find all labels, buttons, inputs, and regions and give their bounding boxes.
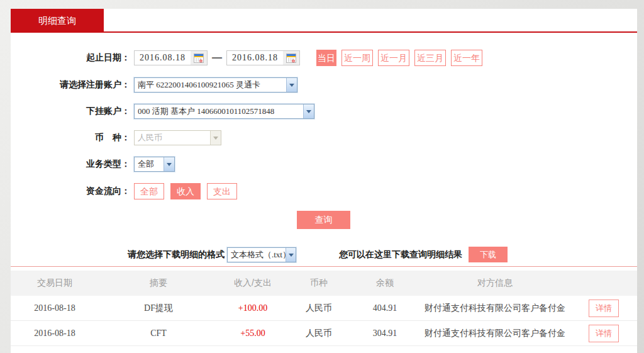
sub-account-label: 下挂账户： [11,106,130,117]
content-panel: 明细查询 起止日期： 2016.08.18 [11,9,637,353]
sub-account-select[interactable]: 000 活期 基本户 1406600101102571848 [134,104,314,119]
header-trade-date: 交易日期 [11,277,99,289]
sub-account-row: 下挂账户： 000 活期 基本户 1406600101102571848 [11,104,637,119]
results-table: 交易日期 摘要 收入/支出 币种 余额 对方信息 2016-08-18 DF提现… [11,271,637,346]
chevron-down-icon [164,157,174,171]
fund-flow-row: 资金流向： 全部 收入 支出 [11,183,637,199]
chevron-down-icon [286,78,297,92]
calendar-icon [286,53,296,63]
download-format-value: 文本格式（.txt） [231,249,286,261]
download-format-label: 请您选择下载明细的格式 [128,249,225,261]
currency-row: 币 种： 人民币 [11,130,637,145]
end-date-value: 2016.08.18 [227,53,283,63]
currency-select: 人民币 [134,130,221,145]
fund-flow-expense-button[interactable]: 支出 [207,183,237,199]
fund-flow-label: 资金流向： [11,186,130,197]
header-summary: 摘要 [99,277,218,289]
start-date-input[interactable]: 2016.08.18 [134,50,208,65]
cell-actions: 详情 [570,300,637,317]
cell-actions: 详情 [570,325,637,342]
cell-amount: +100.00 [218,303,287,313]
download-row: 请您选择下载明细的格式 文本格式（.txt） 您可以在这里下载查询明细结果 下载 [11,247,637,262]
cell-currency: 人民币 [287,303,350,314]
detail-button[interactable]: 详情 [589,300,619,317]
header-income-expense: 收入/支出 [218,277,287,289]
divider [11,266,637,267]
cell-balance: 404.91 [350,303,419,313]
end-date-calendar-button[interactable] [283,51,299,65]
cell-summary: DF提现 [99,303,218,314]
download-hint: 您可以在这里下载查询明细结果 [339,249,462,261]
cell-trade-date: 2016-08-18 [11,303,99,313]
tab-detail-query[interactable]: 明细查询 [11,9,104,33]
quick-range-last-year-button[interactable]: 近一年 [451,50,482,66]
header-counterparty: 对方信息 [419,277,570,289]
date-range-separator: — [212,52,222,64]
end-date-input[interactable]: 2016.08.18 [226,50,300,65]
sub-account-value: 000 活期 基本户 1406600101102571848 [138,106,274,117]
query-button[interactable]: 查询 [297,211,350,229]
fund-flow-income-button[interactable]: 收入 [170,183,201,199]
table-row: 2016-08-18 CFT +55.00 人民币 304.91 财付通支付科技… [11,321,637,346]
download-button[interactable]: 下载 [469,247,508,262]
registered-account-value: 南平 6222001406100921065 灵通卡 [138,79,260,91]
registered-account-select[interactable]: 南平 6222001406100921065 灵通卡 [134,77,297,92]
currency-value: 人民币 [138,132,162,143]
tab-bar: 明细查询 [11,9,637,33]
date-range-label: 起止日期： [11,52,130,64]
cell-balance: 304.91 [350,328,419,339]
currency-label: 币 种： [11,132,130,143]
quick-range-last-week-button[interactable]: 近一周 [341,50,373,66]
page: 明细查询 起止日期： 2016.08.18 [0,0,644,353]
fund-flow-all-button[interactable]: 全部 [134,183,164,199]
download-format-select[interactable]: 文本格式（.txt） [227,247,296,262]
calendar-icon [194,53,204,63]
registered-account-row: 请选择注册账户： 南平 6222001406100921065 灵通卡 [11,77,637,92]
quick-range-today-button[interactable]: 当日 [316,50,336,66]
chevron-down-icon [210,131,221,145]
cell-amount: +55.00 [218,328,287,339]
start-date-value: 2016.08.18 [135,53,191,63]
table-header-row: 交易日期 摘要 收入/支出 币种 余额 对方信息 [11,271,637,296]
quick-range-last-month-button[interactable]: 近一月 [378,50,409,66]
start-date-calendar-button[interactable] [191,51,207,65]
header-balance: 余额 [350,277,419,289]
date-range-row: 起止日期： 2016.08.18 [11,50,637,66]
business-type-value: 全部 [138,159,154,170]
registered-account-label: 请选择注册账户： [11,79,130,91]
business-type-select[interactable]: 全部 [134,157,175,172]
header-currency: 币种 [287,277,350,289]
cell-counterparty: 财付通支付科技有限公司客户备付金 [419,303,570,314]
query-form: 起止日期： 2016.08.18 [11,33,637,229]
detail-button[interactable]: 详情 [589,325,619,342]
cell-summary: CFT [99,328,218,339]
table-row: 2016-08-18 DF提现 +100.00 人民币 404.91 财付通支付… [11,296,637,321]
business-type-label: 业务类型： [11,159,130,170]
business-type-row: 业务类型： 全部 [11,157,637,172]
cell-counterparty: 财付通支付科技有限公司客户备付金 [419,328,570,339]
quick-range-last-quarter-button[interactable]: 近三月 [414,50,446,66]
chevron-down-icon [286,248,296,262]
chevron-down-icon [303,104,314,118]
cell-currency: 人民币 [287,328,350,339]
cell-trade-date: 2016-08-18 [11,328,99,339]
